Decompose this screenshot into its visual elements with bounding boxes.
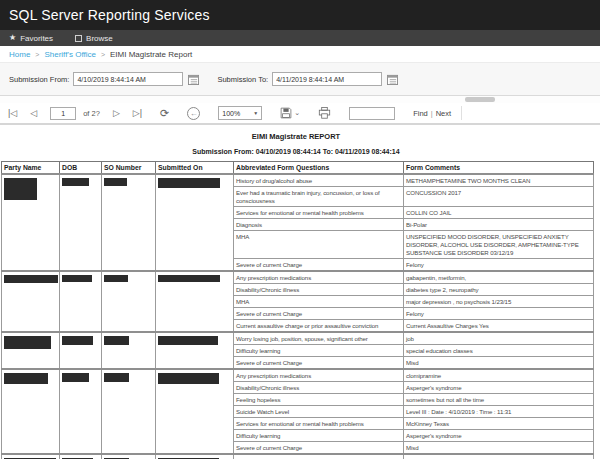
comment-cell: METHAMPHETAMINE TWO MONTHS CLEAN	[404, 174, 594, 187]
browse-icon	[75, 35, 82, 42]
question-cell: Feeling hopeless	[234, 394, 404, 406]
calendar-icon	[188, 74, 199, 85]
menu-item-browse[interactable]: Browse	[75, 34, 113, 43]
column-header: DOB	[60, 162, 102, 175]
question-cell: Disability/Chronic illness	[234, 382, 404, 394]
current-page-input[interactable]	[50, 107, 76, 120]
find-button[interactable]: Find	[413, 109, 428, 118]
question-cell: Severe of current Charge	[234, 442, 404, 455]
app-title: SQL Server Reporting Services	[9, 7, 210, 23]
redaction-box	[62, 178, 89, 186]
report-title: EIMI Magistrate REPORT	[0, 132, 592, 141]
question-cell: Diagnosis	[234, 219, 404, 231]
comment-cell: diabetes type 2, neuropathy	[404, 284, 594, 296]
next-page-button[interactable]: ▷	[113, 108, 120, 118]
redaction-box	[104, 373, 129, 382]
redaction-box	[158, 373, 219, 384]
comment-cell: Bi-Polar	[404, 219, 594, 231]
report-table: Party NameDOBSO NumberSubmitted OnAbbrev…	[1, 161, 594, 459]
column-header: Form Comments	[404, 162, 594, 175]
comment-cell: COLLIN CO JAIL	[404, 207, 594, 219]
submission-from-input[interactable]	[73, 72, 183, 86]
question-cell: MHA	[234, 231, 404, 259]
chevron-down-icon: ▼	[253, 110, 258, 116]
export-chevron-icon[interactable]: ⌄	[294, 109, 300, 117]
redacted-submitted-on-cell	[156, 454, 234, 459]
question-cell: Severe of current Charge	[234, 308, 404, 320]
redacted-so-number-cell	[102, 332, 156, 369]
breadcrumb-home-link[interactable]: Home	[9, 50, 30, 59]
redaction-box	[104, 275, 128, 282]
column-header: Party Name	[2, 162, 60, 175]
redacted-party-name-cell	[2, 174, 60, 271]
comment-cell: special education classes	[404, 345, 594, 357]
redacted-dob-cell	[60, 454, 102, 459]
redaction-box	[62, 336, 93, 345]
calendar-icon	[387, 74, 398, 85]
question-cell: Any prescription medications	[234, 271, 404, 284]
favorites-label: Favorites	[20, 34, 53, 43]
redacted-dob-cell	[60, 174, 102, 271]
first-page-button[interactable]: |◁	[8, 108, 17, 118]
breadcrumb-parent-link[interactable]: Sheriff's Office	[44, 50, 95, 59]
redacted-so-number-cell	[102, 174, 156, 271]
refresh-icon[interactable]: ⟳	[160, 108, 169, 118]
question-cell: MHA	[234, 296, 404, 308]
menu-item-favorites[interactable]: ★ Favorites	[9, 34, 53, 43]
parameter-panel: Submission From: Submission To:	[0, 63, 600, 96]
redacted-so-number-cell	[102, 454, 156, 459]
browse-label: Browse	[86, 34, 113, 43]
star-icon: ★	[9, 34, 16, 42]
comment-cell: Misd	[404, 442, 594, 455]
comment-cell: SEE MAR	[404, 454, 594, 459]
report-row: Any prescription medicationsSEE MAR	[2, 454, 594, 459]
report-table-body: History of drug/alcohol abuseMETHAMPHETA…	[2, 174, 594, 459]
export-button[interactable]	[280, 107, 292, 119]
previous-page-button[interactable]: ◁	[30, 108, 37, 118]
last-page-button[interactable]: ▷|	[133, 108, 142, 118]
question-cell: Disability/Chronic illness	[234, 284, 404, 296]
submission-to-calendar-button[interactable]	[387, 74, 398, 85]
question-cell: History of drug/alcohol abuse	[234, 174, 404, 187]
comment-cell: McKinney Texas	[404, 418, 594, 430]
question-cell: Worry losing job, position, spouse, sign…	[234, 332, 404, 345]
question-cell: Difficulty learning	[234, 430, 404, 442]
redaction-box	[62, 275, 92, 282]
find-input[interactable]	[349, 107, 395, 120]
column-header: SO Number	[102, 162, 156, 175]
question-cell: Severe of current Charge	[234, 357, 404, 370]
next-button[interactable]: Next	[436, 109, 451, 118]
redaction-box	[4, 275, 58, 283]
submission-to-input[interactable]	[272, 72, 382, 86]
submission-from-label: Submission From:	[9, 75, 69, 84]
back-to-parent-icon[interactable]: ←	[187, 107, 200, 120]
redacted-party-name-cell	[2, 454, 60, 459]
redacted-submitted-on-cell	[156, 332, 234, 369]
redacted-party-name-cell	[2, 332, 60, 369]
comment-cell: CONCUSSION 2017	[404, 187, 594, 207]
parameters-collapse-handle[interactable]	[465, 97, 495, 102]
redacted-submitted-on-cell	[156, 271, 234, 332]
submission-from-calendar-button[interactable]	[188, 74, 199, 85]
redaction-box	[4, 178, 37, 200]
redacted-so-number-cell	[102, 271, 156, 332]
comment-cell: job	[404, 332, 594, 345]
menu-bar: ★ Favorites Browse	[0, 30, 600, 46]
column-header: Abbreviated Form Questions	[234, 162, 404, 175]
comment-cell: UNSPECIFIED MOOD DISORDER, UNSPECIFIED A…	[404, 231, 594, 259]
redaction-box	[158, 336, 218, 345]
redacted-submitted-on-cell	[156, 369, 234, 454]
print-button[interactable]	[318, 107, 331, 119]
submission-to-label: Submission To:	[217, 75, 268, 84]
comment-cell: Asperger's syndrome	[404, 382, 594, 394]
report-row: Worry losing job, position, spouse, sign…	[2, 332, 594, 345]
question-cell: Suicide Watch Level	[234, 406, 404, 418]
redaction-box	[104, 336, 129, 345]
redacted-so-number-cell	[102, 369, 156, 454]
save-icon	[280, 107, 292, 119]
breadcrumb-current: EIMI Magistrate Report	[110, 50, 192, 59]
question-cell: Difficulty learning	[234, 345, 404, 357]
zoom-select[interactable]: 100% ▼	[218, 106, 262, 120]
breadcrumb-separator: >	[101, 51, 105, 58]
comment-cell: Level III : Date : 4/10/2019 : Time : 11…	[404, 406, 594, 418]
